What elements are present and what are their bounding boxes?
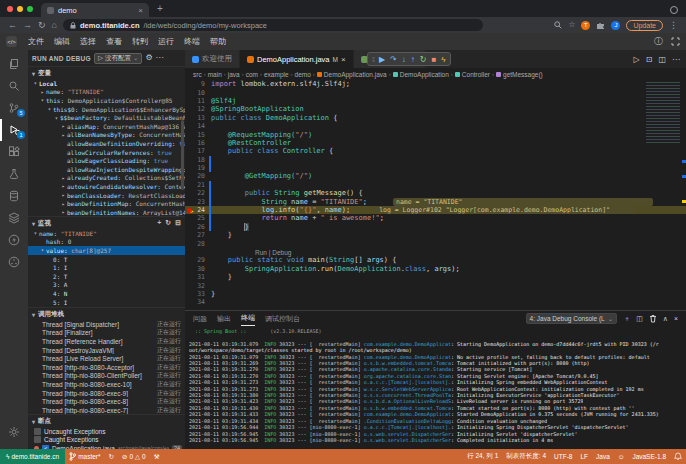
maximize-panel-icon[interactable]: ∧: [663, 315, 668, 323]
split-editor-icon[interactable]: ◫: [658, 55, 666, 64]
code-line[interactable]: 18: [185, 156, 686, 164]
minimize-window-icon[interactable]: [17, 6, 23, 12]
avatar-t[interactable]: T: [581, 21, 590, 30]
feedback-smiley-icon[interactable]: ☺: [614, 453, 629, 460]
continue-icon[interactable]: ▶: [379, 55, 385, 64]
menu-item[interactable]: 查看: [101, 35, 127, 48]
bookmark-star-icon[interactable]: ☆: [568, 21, 575, 29]
variable-row[interactable]: allowEagerClassLoading: true: [28, 156, 185, 165]
code-line[interactable]: 20 @GetMapping("/"): [185, 172, 686, 180]
thread-row[interactable]: Thread [http-nio-8080-ClientPoller]正在运行: [28, 372, 185, 381]
thread-row[interactable]: Thread [Reference Handler]正在运行: [28, 337, 185, 346]
restart-icon[interactable]: ↻: [420, 55, 427, 64]
menu-item[interactable]: 帮助: [205, 35, 231, 48]
run-file-icon[interactable]: ▷: [634, 55, 640, 64]
activitybar-database[interactable]: [0, 185, 28, 207]
thread-row[interactable]: Thread [http-nio-8080-Acceptor]正在运行: [28, 363, 185, 372]
code-line[interactable]: 23 String name = "TITANIDE";name = "TITA…: [185, 197, 686, 205]
home-icon[interactable]: ⌂: [52, 21, 57, 30]
watch-header[interactable]: ▾监视 + ↻ ⊟: [28, 217, 185, 229]
tab-welcome[interactable]: 欢迎使用: [185, 50, 240, 68]
indentation-status[interactable]: 制表符长度: 4: [502, 452, 550, 461]
breakpoint-row[interactable]: Uncaught Exceptions: [28, 427, 185, 436]
close-window-icon[interactable]: [7, 6, 13, 12]
menu-item[interactable]: 运行: [153, 35, 179, 48]
browser-tab[interactable]: demo ×: [41, 3, 149, 17]
split-terminal-icon[interactable]: ◫: [636, 315, 643, 323]
launch-config-dropdown[interactable]: ▷ 没有配置 ⌄: [94, 53, 142, 64]
callstack-header[interactable]: ▾调用堆栈: [28, 308, 185, 320]
breadcrumb-item[interactable]: com: [246, 71, 258, 78]
breakpoint-checkbox[interactable]: [34, 428, 41, 435]
thread-row[interactable]: Thread [Signal Dispatcher]正在运行: [28, 320, 185, 329]
code-line[interactable]: 11@Slf4j: [185, 97, 686, 105]
variable-row[interactable]: ▾$$beanFactory: DefaultListableBeanFacto…: [28, 113, 185, 122]
thread-row[interactable]: Thread [http-nio-8080-exec-8]正在运行: [28, 397, 185, 406]
step-out-icon[interactable]: ↑: [411, 55, 415, 64]
variable-row[interactable]: ▸aliasMap: ConcurrentHashMap@136 size=1: [28, 122, 185, 131]
add-watch-icon[interactable]: +: [157, 219, 161, 227]
step-into-icon[interactable]: ↓: [402, 55, 406, 64]
thread-row[interactable]: Thread [Finalizer]正在运行: [28, 329, 185, 338]
variable-row[interactable]: hash: 0: [28, 238, 185, 247]
variable-row[interactable]: 5: I: [28, 298, 185, 307]
activitybar-settings-gear[interactable]: [0, 421, 28, 443]
breadcrumb-item[interactable]: DemoApplication.java: [317, 71, 387, 78]
collapse-watch-icon[interactable]: ⊟: [175, 219, 181, 227]
forward-icon[interactable]: →: [23, 21, 32, 30]
browser-profile-icon[interactable]: [670, 6, 678, 14]
fullscreen-icon[interactable]: [671, 37, 680, 46]
variable-row[interactable]: ▾this$0: DemoApplication$$EnhancerBySpri…: [28, 105, 185, 114]
close-tab-icon[interactable]: ×: [341, 55, 346, 64]
variable-row[interactable]: ▾this: DemoApplication$Controller@85: [28, 96, 185, 105]
code-line[interactable]: 16 @RestController: [185, 139, 686, 147]
back-icon[interactable]: ←: [8, 21, 17, 30]
address-bar[interactable]: demo.titanide.cn/ide/web/coding/demo/my-…: [63, 19, 483, 31]
code-line[interactable]: 9import lombok.extern.slf4j.Slf4j;: [185, 80, 686, 88]
hot-code-replace-icon[interactable]: ϟ: [441, 55, 445, 64]
code-line[interactable]: 19: [185, 164, 686, 172]
code-line[interactable]: 31 }: [185, 273, 686, 281]
sidebar-scrollbar[interactable]: [181, 120, 184, 190]
variable-row[interactable]: ▸beanDefinitionMap: ConcurrentHashMap@14…: [28, 199, 185, 208]
menu-item[interactable]: 转到: [127, 35, 153, 48]
info-icon[interactable]: ⓘ: [654, 35, 663, 48]
breakpoint-row[interactable]: Caught Exceptions: [28, 436, 185, 445]
thread-row[interactable]: Thread [DestroyJavaVM]正在运行: [28, 346, 185, 355]
tools-status[interactable]: ⚒: [150, 453, 164, 461]
browser-menu-icon[interactable]: ⋮: [669, 21, 678, 30]
code-line[interactable]: 10: [185, 88, 686, 96]
code-line[interactable]: 26 }: [185, 223, 686, 231]
tab-demoapplication[interactable]: DemoApplication.java M ×: [240, 50, 354, 68]
thread-row[interactable]: Thread [http-nio-8080-exec-9]正在运行: [28, 389, 185, 398]
code-line[interactable]: 21: [185, 181, 686, 189]
variable-row[interactable]: ▾value: char[8]@257: [28, 246, 185, 255]
breadcrumb[interactable]: src›main›java›com›example›demo›DemoAppli…: [185, 68, 686, 80]
variable-row[interactable]: ▸alreadyCreated: Collections$SetFromMap@…: [28, 174, 185, 183]
breadcrumb-item[interactable]: Controller: [455, 71, 490, 78]
variable-row[interactable]: ▾name: "TITANIDE": [28, 229, 185, 238]
code-line[interactable]: 13public class DemoApplication {: [185, 114, 686, 122]
breadcrumb-item[interactable]: DemoApplication: [393, 71, 449, 78]
breadcrumb-item[interactable]: src: [193, 71, 202, 78]
variable-row[interactable]: ▸beanClassLoader: RestartClassLoader@140: [28, 191, 185, 200]
problems-status[interactable]: ⊘0 △0: [118, 453, 150, 461]
code-line[interactable]: 29 public static void main(String[] args…: [185, 256, 686, 264]
close-panel-icon[interactable]: ×: [674, 315, 678, 322]
variable-row[interactable]: 4: N: [28, 289, 185, 298]
activitybar-test-beaker[interactable]: [0, 163, 28, 185]
tab-terminal[interactable]: 终端: [241, 311, 255, 326]
avatar-j[interactable]: J: [611, 21, 620, 30]
activitybar-explorer[interactable]: [0, 53, 28, 75]
tab-problems[interactable]: 问题: [193, 312, 207, 326]
code-line[interactable]: 22 public String getMessage() {: [185, 189, 686, 197]
breadcrumb-item[interactable]: getMessage(): [496, 71, 543, 78]
maximize-window-icon[interactable]: [27, 6, 33, 12]
cursor-position[interactable]: 行 24, 列 1: [463, 452, 502, 461]
minimap[interactable]: [646, 82, 680, 144]
variable-row[interactable]: ▸autowireCandidateResolver: ContextAnnot…: [28, 182, 185, 191]
variable-row[interactable]: allowCircularReferences: true: [28, 148, 185, 157]
jdk-status[interactable]: JavaSE-1.8: [628, 453, 670, 460]
kill-terminal-trash-icon[interactable]: [649, 314, 657, 323]
remote-indicator[interactable]: ϟ demo.titanide.cn: [0, 449, 65, 464]
